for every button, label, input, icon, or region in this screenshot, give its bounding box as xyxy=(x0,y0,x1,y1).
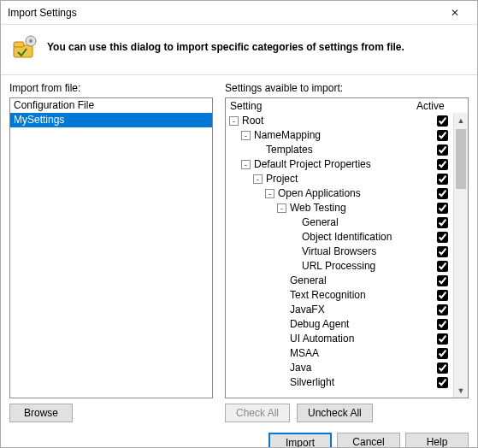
tree-row[interactable]: -Open Applications xyxy=(226,186,453,201)
active-checkbox[interactable] xyxy=(437,348,448,359)
tree-item-label: Silverlight xyxy=(289,375,437,390)
settings-import-icon xyxy=(11,33,38,61)
left-column: Import from file: Configuration FileMySe… xyxy=(9,82,213,422)
active-checkbox[interactable] xyxy=(437,174,448,185)
tree-row[interactable]: General xyxy=(226,274,453,288)
left-button-row: Browse xyxy=(9,398,213,422)
svg-rect-1 xyxy=(14,42,24,47)
tree-row[interactable]: JavaFX xyxy=(226,303,453,317)
cancel-button[interactable]: Cancel xyxy=(337,433,400,448)
tree-panel: Setting Active -Root-NameMappingTemplate… xyxy=(225,97,469,398)
tree-item-label: Root xyxy=(241,114,437,128)
tree-row[interactable]: Object Identification xyxy=(226,230,453,245)
active-checkbox[interactable] xyxy=(437,363,448,374)
right-column: Settings avaible to import: Setting Acti… xyxy=(225,82,469,422)
scroll-thumb[interactable] xyxy=(456,129,466,189)
titlebar: Import Settings ✕ xyxy=(1,1,477,25)
active-checkbox[interactable] xyxy=(437,115,448,127)
banner-text: You can use this dialog to import specif… xyxy=(47,41,404,53)
tree-item-label: General xyxy=(289,274,437,288)
tree-row[interactable]: URL Processing xyxy=(226,259,453,274)
tree-row[interactable]: Virtual Browsers xyxy=(226,245,453,259)
svg-point-3 xyxy=(29,39,32,43)
tree-row[interactable]: MSAA xyxy=(226,346,453,361)
tree-item-label: Object Identification xyxy=(301,230,437,245)
active-checkbox[interactable] xyxy=(437,290,448,301)
tree-header: Setting Active xyxy=(226,98,468,113)
active-checkbox[interactable] xyxy=(437,203,448,214)
active-checkbox[interactable] xyxy=(437,333,448,345)
tree-item-label: Debug Agent xyxy=(289,317,437,332)
active-checkbox[interactable] xyxy=(437,130,448,141)
active-checkbox[interactable] xyxy=(437,319,448,330)
tree-item-label: Web Testing xyxy=(289,201,437,215)
tree-row[interactable]: -NameMapping xyxy=(226,128,453,143)
tree-row[interactable]: Debug Agent xyxy=(226,317,453,332)
collapse-icon[interactable]: - xyxy=(253,174,263,184)
file-list[interactable]: Configuration FileMySettings xyxy=(10,98,212,398)
tree-item-label: Project xyxy=(265,172,437,186)
tree-row[interactable]: -Web Testing xyxy=(226,201,453,215)
uncheck-all-button[interactable]: Uncheck All xyxy=(297,404,373,422)
collapse-icon[interactable]: - xyxy=(265,189,274,198)
tree-item-label: NameMapping xyxy=(253,128,437,143)
settings-available-label: Settings avaible to import: xyxy=(225,82,469,94)
tree-item-label: Virtual Browsers xyxy=(301,245,437,259)
collapse-icon[interactable]: - xyxy=(229,116,239,126)
tree-row[interactable]: Java xyxy=(226,361,453,375)
tree-item-label: Open Applications xyxy=(277,186,437,201)
import-button[interactable]: Import xyxy=(269,433,332,448)
active-checkbox[interactable] xyxy=(437,159,448,170)
tree-item-label: MSAA xyxy=(289,346,437,361)
close-button[interactable]: ✕ xyxy=(438,3,472,22)
tree-row[interactable]: -Project xyxy=(226,172,453,186)
tree-item-label: JavaFX xyxy=(289,303,437,317)
tree-row[interactable]: Templates xyxy=(226,143,453,157)
file-item[interactable]: Configuration File xyxy=(10,98,212,113)
check-all-button[interactable]: Check All xyxy=(225,404,290,422)
header-active[interactable]: Active xyxy=(414,100,451,112)
file-list-panel: Configuration FileMySettings xyxy=(9,97,213,398)
tree-row[interactable]: Text Recognition xyxy=(226,288,453,303)
collapse-icon[interactable]: - xyxy=(241,131,251,140)
collapse-icon[interactable]: - xyxy=(241,160,251,169)
tree-item-label: URL Processing xyxy=(301,259,437,274)
active-checkbox[interactable] xyxy=(437,232,448,243)
scroll-up-icon[interactable]: ▲ xyxy=(454,113,468,127)
active-checkbox[interactable] xyxy=(437,217,448,228)
tree-row[interactable]: -Root xyxy=(226,114,453,128)
help-button[interactable]: Help xyxy=(405,433,469,448)
active-checkbox[interactable] xyxy=(437,304,448,315)
active-checkbox[interactable] xyxy=(437,275,448,286)
tree-item-label: Java xyxy=(289,361,437,375)
tree-row[interactable]: -Default Project Properties xyxy=(226,157,453,172)
file-item[interactable]: MySettings xyxy=(10,113,212,127)
right-button-row: Check All Uncheck All xyxy=(225,398,469,422)
tree-row[interactable]: UI Automation xyxy=(226,332,453,346)
close-icon: ✕ xyxy=(451,7,459,19)
tree-body[interactable]: -Root-NameMappingTemplates-Default Proje… xyxy=(226,113,453,398)
active-checkbox[interactable] xyxy=(437,261,448,272)
header-setting[interactable]: Setting xyxy=(227,100,414,112)
content: Import from file: Configuration FileMySe… xyxy=(1,75,477,426)
footer: Import Cancel Help xyxy=(1,426,477,448)
tree-item-label: Text Recognition xyxy=(289,288,437,303)
tree-row[interactable]: General xyxy=(226,215,453,230)
window-title: Import Settings xyxy=(8,7,438,19)
vertical-scrollbar[interactable]: ▲ ▼ xyxy=(453,113,468,398)
tree-row[interactable]: Silverlight xyxy=(226,375,453,390)
tree-item-label: Templates xyxy=(265,143,437,157)
collapse-icon[interactable]: - xyxy=(277,203,286,213)
active-checkbox[interactable] xyxy=(437,377,448,388)
import-from-file-label: Import from file: xyxy=(9,82,213,94)
browse-button[interactable]: Browse xyxy=(9,404,73,422)
tree-item-label: UI Automation xyxy=(289,332,437,346)
active-checkbox[interactable] xyxy=(437,246,448,257)
tree-item-label: Default Project Properties xyxy=(253,157,437,172)
tree-item-label: General xyxy=(301,215,437,230)
active-checkbox[interactable] xyxy=(437,188,448,199)
active-checkbox[interactable] xyxy=(437,144,448,156)
banner: You can use this dialog to import specif… xyxy=(1,25,477,75)
scroll-down-icon[interactable]: ▼ xyxy=(454,383,468,398)
scroll-track[interactable] xyxy=(454,127,468,383)
